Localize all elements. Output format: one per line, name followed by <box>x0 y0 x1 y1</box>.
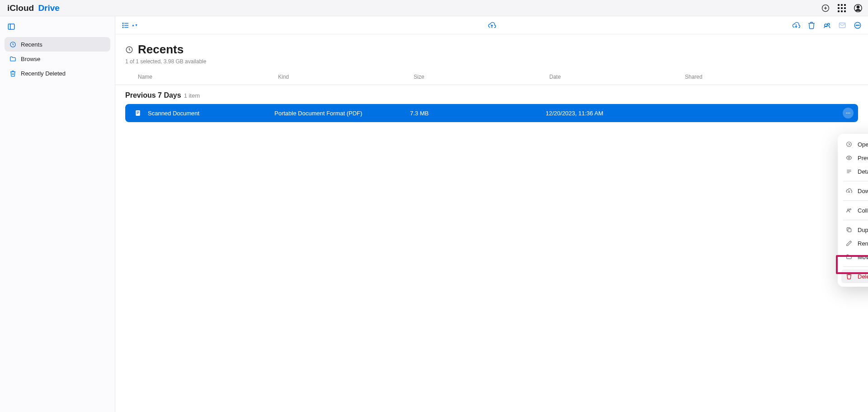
file-type-icon <box>134 109 143 117</box>
duplicate-icon <box>846 227 853 233</box>
eye-icon <box>846 155 853 161</box>
file-kind: Portable Document Format (PDF) <box>274 110 410 117</box>
ctx-separator <box>843 220 868 220</box>
col-header-name[interactable]: Name <box>138 74 278 80</box>
ctx-label: Collaborate with Others… <box>858 207 868 214</box>
svg-point-13 <box>123 27 123 28</box>
ctx-preview[interactable]: Preview <box>841 151 868 165</box>
svg-point-28 <box>846 113 847 114</box>
page-subtitle: 1 of 1 selected, 3.98 GB available <box>125 58 858 65</box>
col-header-date[interactable]: Date <box>549 74 685 80</box>
brand-icloud: iCloud <box>7 3 34 13</box>
delete-icon[interactable] <box>807 21 816 29</box>
apps-grid-icon[interactable] <box>837 4 846 13</box>
sort-arrows-icon: ▲▼ <box>132 24 138 27</box>
svg-rect-26 <box>137 113 139 113</box>
section-count: 1 item <box>184 92 200 99</box>
svg-point-31 <box>847 142 852 147</box>
trash-icon <box>846 273 853 279</box>
row-more-icon[interactable] <box>843 108 854 118</box>
toggle-sidebar-icon[interactable] <box>7 23 110 33</box>
app-header: iCloud Drive <box>0 0 868 16</box>
brand-drive: Drive <box>38 3 60 13</box>
file-date: 12/20/2023, 11:36 AM <box>546 110 681 117</box>
svg-point-12 <box>123 25 123 26</box>
ctx-label: Delete Selected <box>858 273 868 280</box>
sidebar-item-browse[interactable]: Browse <box>5 52 110 66</box>
sidebar-item-recently-deleted[interactable]: Recently Deleted <box>5 66 110 81</box>
file-row-selected[interactable]: Scanned Document Portable Document Forma… <box>125 104 858 122</box>
details-icon <box>846 168 853 175</box>
svg-rect-27 <box>137 114 138 114</box>
ctx-label: Download a Copy… <box>858 188 868 194</box>
collaborate-icon <box>846 207 853 213</box>
ctx-open[interactable]: Open <box>841 137 868 151</box>
sidebar-item-label: Recently Deleted <box>21 70 66 77</box>
svg-point-37 <box>848 209 849 211</box>
section-header: Previous 7 Days 1 item <box>115 85 868 104</box>
mail-icon[interactable] <box>838 21 846 29</box>
ctx-separator <box>843 266 868 267</box>
file-name: Scanned Document <box>148 110 199 117</box>
svg-point-17 <box>828 23 830 25</box>
ctx-delete[interactable]: Delete Selected <box>841 270 868 283</box>
svg-rect-5 <box>8 24 14 29</box>
ctx-separator <box>843 200 868 201</box>
page-header: Recents 1 of 1 selected, 3.98 GB availab… <box>115 34 868 69</box>
svg-rect-24 <box>136 110 140 116</box>
sidebar: Recents Browse Recently Deleted <box>0 16 115 412</box>
svg-point-11 <box>123 23 123 24</box>
content-toolbar: ▲▼ <box>115 16 868 34</box>
download-cloud-icon[interactable] <box>792 21 800 29</box>
folder-icon <box>9 56 16 62</box>
table-header: Name Kind Size Date Shared <box>115 69 868 85</box>
col-header-size[interactable]: Size <box>414 74 549 80</box>
ctx-separator <box>843 181 868 181</box>
ctx-label: Preview <box>858 155 868 161</box>
ctx-details[interactable]: Details <box>841 165 868 178</box>
sidebar-item-recents[interactable]: Recents <box>5 37 110 52</box>
ctx-label: Details <box>858 168 868 175</box>
ctx-move[interactable]: Move to Folder… <box>841 250 868 264</box>
svg-point-30 <box>849 113 850 114</box>
svg-point-32 <box>848 157 850 159</box>
col-header-kind[interactable]: Kind <box>278 74 414 80</box>
ctx-rename[interactable]: Rename <box>841 237 868 250</box>
list-view-icon[interactable]: ▲▼ <box>122 21 138 29</box>
ctx-label: Move to Folder… <box>858 254 868 260</box>
add-icon[interactable] <box>821 4 830 13</box>
svg-point-21 <box>857 25 858 26</box>
ctx-download[interactable]: Download a Copy… <box>841 184 868 198</box>
svg-point-20 <box>856 25 857 26</box>
svg-point-38 <box>849 208 851 210</box>
ctx-label: Open <box>858 141 868 148</box>
account-icon[interactable] <box>854 4 863 13</box>
ctx-label: Duplicate <box>858 227 868 233</box>
page-title: Recents <box>138 43 184 57</box>
clock-icon <box>9 41 16 48</box>
ctx-label: Rename <box>858 240 868 247</box>
move-icon <box>846 254 853 260</box>
section-title: Previous 7 Days <box>125 91 181 99</box>
ctx-collaborate[interactable]: Collaborate with Others… <box>841 204 868 217</box>
rename-icon <box>846 240 853 246</box>
context-menu: Open Preview Details Download a Copy… Co… <box>838 134 868 287</box>
trash-icon <box>9 70 16 77</box>
file-size: 7.3 MB <box>410 110 546 117</box>
svg-point-22 <box>859 25 859 26</box>
app-logo[interactable]: iCloud Drive <box>5 3 60 13</box>
ctx-duplicate[interactable]: Duplicate <box>841 223 868 237</box>
col-header-shared[interactable]: Shared <box>685 74 858 80</box>
share-icon[interactable] <box>823 21 831 29</box>
content-area: ▲▼ <box>115 16 868 412</box>
download-icon <box>846 188 853 194</box>
svg-rect-39 <box>848 229 851 232</box>
svg-point-29 <box>848 113 849 114</box>
clock-icon <box>125 46 133 54</box>
open-icon <box>846 141 853 147</box>
svg-rect-25 <box>137 112 139 112</box>
sidebar-item-label: Recents <box>21 41 42 48</box>
more-icon[interactable] <box>854 21 862 29</box>
upload-cloud-icon-center[interactable] <box>488 21 496 29</box>
svg-point-4 <box>857 5 859 8</box>
